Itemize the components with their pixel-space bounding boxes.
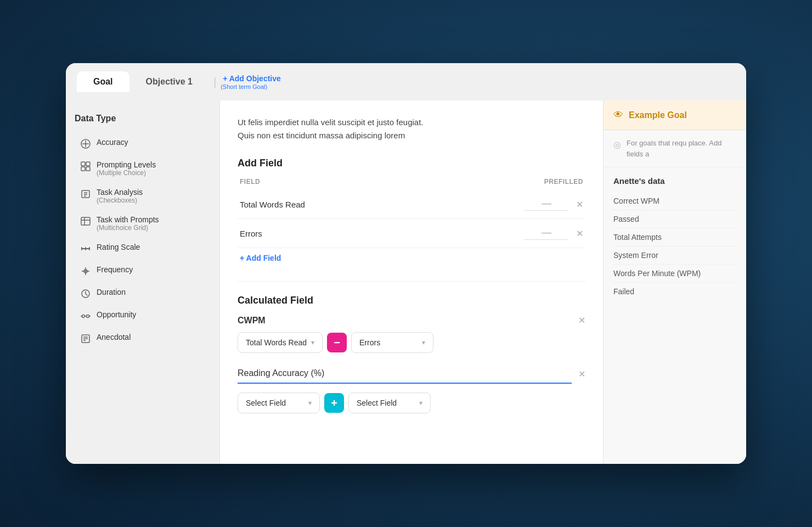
sidebar-item-frequency[interactable]: Frequency xyxy=(75,261,211,281)
field-actions-errors: — ✕ xyxy=(525,227,583,240)
reading-accuracy-right-select[interactable]: Select Field ▾ xyxy=(348,393,431,413)
cwpm-right-select[interactable]: Errors ▾ xyxy=(351,332,433,353)
field-prefill-errors[interactable]: — xyxy=(525,227,568,240)
opportunity-icon xyxy=(80,311,91,322)
svg-rect-11 xyxy=(81,217,90,225)
right-panel: 👁 Example Goal ◎ For goals that requ pla… xyxy=(604,100,746,464)
task-analysis-sub: (Checkboxes) xyxy=(97,197,143,204)
anette-item-system-error[interactable]: System Error xyxy=(613,246,736,265)
reading-accuracy-left-chevron: ▾ xyxy=(308,399,312,407)
sidebar-item-task-with-prompts[interactable]: Task with Prompts (Multichoice Grid) xyxy=(75,211,211,236)
example-goal-title: Example Goal xyxy=(629,110,687,120)
svg-rect-15 xyxy=(81,247,82,250)
field-col-label: FIELD xyxy=(240,178,260,186)
prompting-label: Prompting Levels xyxy=(97,160,156,169)
fields-header: FIELD PREFILLED xyxy=(238,178,585,186)
field-name-errors: Errors xyxy=(240,229,262,238)
field-name-total-words: Total Words Read xyxy=(240,200,305,209)
accuracy-icon xyxy=(80,138,91,149)
prompting-sub: (Multiple Choice) xyxy=(97,169,156,177)
reading-accuracy-row-name: ✕ xyxy=(238,364,585,384)
cwpm-left-select[interactable]: Total Words Read ▾ xyxy=(238,332,323,353)
task-prompts-label: Task with Prompts xyxy=(97,215,159,224)
svg-rect-5 xyxy=(81,167,85,171)
reading-accuracy-left-select[interactable]: Select Field ▾ xyxy=(238,393,320,413)
add-objective-label: + Add Objective xyxy=(223,74,281,83)
remove-reading-accuracy-button[interactable]: ✕ xyxy=(578,369,585,379)
accuracy-label: Accuracy xyxy=(97,138,128,147)
opportunity-label: Opportunity xyxy=(97,310,136,319)
example-goal-description: ◎ For goals that requ place. Add fields … xyxy=(604,130,746,167)
task-analysis-label: Task Analysis xyxy=(97,188,143,197)
eye-icon: 👁 xyxy=(613,109,623,121)
svg-rect-3 xyxy=(81,162,85,166)
remove-cwpm-button[interactable]: ✕ xyxy=(578,315,585,326)
sidebar-title: Data Type xyxy=(75,114,211,124)
calculated-field-section: Calculated Field CWPM ✕ Total Words Read… xyxy=(238,281,585,413)
tab-divider: | xyxy=(213,76,216,88)
anecdotal-icon xyxy=(80,333,91,344)
cwpm-label: CWPM xyxy=(238,316,266,326)
cwpm-right-value: Errors xyxy=(359,338,380,347)
reading-accuracy-formula: Select Field ▾ + Select Field ▾ xyxy=(238,393,585,413)
task-prompts-sub: (Multichoice Grid) xyxy=(97,224,159,232)
sidebar-item-task-analysis[interactable]: Task Analysis (Checkboxes) xyxy=(75,183,211,209)
reading-accuracy-input[interactable] xyxy=(238,364,572,384)
field-row-errors: Errors — ✕ xyxy=(238,219,585,248)
cwpm-left-value: Total Words Read xyxy=(246,338,307,347)
task-analysis-icon xyxy=(80,188,91,199)
tab-goal[interactable]: Goal xyxy=(77,71,129,92)
svg-rect-4 xyxy=(86,162,90,166)
duration-icon xyxy=(80,288,91,299)
task-prompts-icon xyxy=(80,216,91,227)
remove-total-words-button[interactable]: ✕ xyxy=(576,199,583,210)
sidebar-item-rating-scale[interactable]: Rating Scale xyxy=(75,238,211,259)
example-goal-desc-text: For goals that requ place. Add fields a xyxy=(627,138,736,159)
anette-section: Anette's data Correct WPM Passed Total A… xyxy=(604,167,746,309)
anette-item-failed[interactable]: Failed xyxy=(613,283,736,300)
anette-item-total-attempts[interactable]: Total Attempts xyxy=(613,228,736,246)
sidebar-item-duration[interactable]: Duration xyxy=(75,283,211,304)
svg-point-23 xyxy=(87,315,89,318)
remove-errors-button[interactable]: ✕ xyxy=(576,228,583,239)
svg-rect-16 xyxy=(85,247,86,250)
cwpm-right-chevron: ▾ xyxy=(422,339,425,346)
description-text: Ut felis imperdiet nulla velit suscipit … xyxy=(238,116,585,142)
sidebar-item-prompting-levels[interactable]: Prompting Levels (Multiple Choice) xyxy=(75,156,211,181)
cwpm-left-chevron: ▾ xyxy=(311,339,314,346)
cwpm-operator-minus[interactable]: − xyxy=(327,333,347,352)
svg-point-22 xyxy=(82,315,85,318)
reading-accuracy-right-value: Select Field xyxy=(357,399,397,407)
info-icon: ◎ xyxy=(613,138,621,159)
cwpm-row-name: CWPM ✕ xyxy=(238,315,585,326)
cwpm-formula: Total Words Read ▾ − Errors ▾ xyxy=(238,332,585,353)
prefilled-col-label: PREFILLED xyxy=(544,178,583,186)
reading-accuracy-left-value: Select Field xyxy=(246,399,286,407)
field-row-total-words: Total Words Read — ✕ xyxy=(238,190,585,219)
reading-accuracy-operator-plus[interactable]: + xyxy=(324,393,344,413)
rating-scale-label: Rating Scale xyxy=(97,243,140,251)
calculated-field-title: Calculated Field xyxy=(238,295,585,306)
anecdotal-label: Anecdotal xyxy=(97,333,131,341)
frequency-label: Frequency xyxy=(97,265,133,274)
add-field-title: Add Field xyxy=(238,158,585,169)
field-prefill-total-words[interactable]: — xyxy=(525,198,568,211)
svg-rect-17 xyxy=(89,247,90,250)
anette-item-passed[interactable]: Passed xyxy=(613,210,736,228)
sidebar-item-opportunity[interactable]: Opportunity xyxy=(75,306,211,326)
reading-accuracy-right-chevron: ▾ xyxy=(419,399,422,407)
main-content: Data Type Accuracy Prompti xyxy=(66,100,746,464)
example-goal-header: 👁 Example Goal xyxy=(604,100,746,130)
frequency-icon xyxy=(80,266,91,277)
center-panel: Ut felis imperdiet nulla velit suscipit … xyxy=(219,100,604,464)
anette-item-wpm[interactable]: Words Per Minute (WPM) xyxy=(613,265,736,283)
add-objective-button[interactable]: + Add Objective (Short term Goal) xyxy=(221,74,281,90)
add-field-button[interactable]: + Add Field xyxy=(238,248,283,268)
anette-item-correct-wpm[interactable]: Correct WPM xyxy=(613,192,736,210)
prompting-icon xyxy=(80,161,91,172)
tab-objective1[interactable]: Objective 1 xyxy=(129,71,209,92)
sidebar-item-accuracy[interactable]: Accuracy xyxy=(75,133,211,154)
tab-bar: Goal Objective 1 | + Add Objective (Shor… xyxy=(66,63,746,100)
sidebar-item-anecdotal[interactable]: Anecdotal xyxy=(75,328,211,349)
add-objective-sub: (Short term Goal) xyxy=(221,83,281,90)
